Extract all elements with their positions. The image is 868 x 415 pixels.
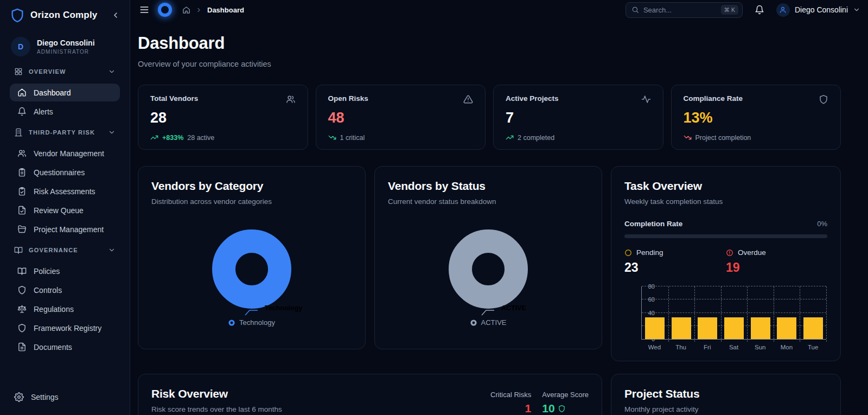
card-subtitle: Weekly task completion status (624, 197, 827, 206)
bar-tue[interactable] (803, 317, 823, 339)
risk-stats: Critical Risks 1 Average Score 10 (490, 387, 589, 415)
sidebar-profile[interactable]: D Diego Consolini ADMINISTRATOR (10, 37, 120, 56)
average-score-block: Average Score 10 (542, 391, 589, 415)
breadcrumb-current[interactable]: Dashboard (207, 6, 244, 14)
bar-fri[interactable] (698, 317, 717, 339)
bar-thu[interactable] (672, 317, 691, 339)
project-status-card: Project Status Monthly project activity (611, 374, 841, 415)
section-label: OVERVIEW (29, 68, 66, 75)
card-subtitle: Risk score trends over the last 6 months (151, 405, 282, 413)
status-donut-chart[interactable] (442, 223, 534, 317)
bar-sat[interactable] (724, 317, 744, 339)
menu-icon[interactable] (139, 4, 150, 15)
sidebar-item-questionnaires[interactable]: Questionnaires (10, 163, 120, 181)
user-name: Diego Consolini (795, 5, 848, 14)
main-area: Dashboard ⌘ K Diego Consolini Dashboard … (130, 0, 868, 415)
sidebar-item-dashboard[interactable]: Dashboard (10, 84, 120, 101)
completion-rate-row: Completion Rate 0% (624, 220, 827, 228)
sidebar-item-settings[interactable]: Settings (10, 387, 120, 407)
chart-legend[interactable]: Technology (138, 318, 365, 327)
label-leader-line (481, 309, 495, 316)
sidebar-section-overview[interactable]: OVERVIEW (10, 61, 120, 82)
page-subtitle: Overview of your compliance activities (138, 60, 841, 68)
sidebar: Orizon Comply D Diego Consolini ADMINIST… (0, 0, 130, 415)
overdue-value: 19 (726, 260, 827, 275)
weekly-bar-chart[interactable]: 020406080 WedThuFriSatSunMonTue (624, 286, 827, 350)
sidebar-item-regulations[interactable]: Regulations (10, 300, 120, 318)
average-score-label: Average Score (542, 391, 589, 399)
search-box[interactable]: ⌘ K (626, 2, 743, 18)
category-donut-ring (224, 241, 280, 297)
home-icon (17, 88, 27, 97)
sidebar-item-risk-assessments[interactable]: Risk Assessments (10, 182, 120, 200)
file-text-icon (17, 342, 27, 352)
user-menu[interactable]: Diego Consolini (776, 3, 860, 17)
label-leader-line (245, 309, 259, 316)
vendors-by-category-card: Vendors by Category Distribution across … (138, 166, 366, 349)
shield-icon (17, 285, 27, 295)
chevron-down-icon (108, 68, 116, 75)
pending-value: 23 (624, 260, 726, 275)
stat-card-active-projects: Active Projects72 completed (493, 85, 663, 150)
sidebar-item-label: Documents (34, 343, 72, 352)
chevron-right-icon (195, 7, 202, 14)
bar-slot (774, 286, 800, 339)
sidebar-item-project-management[interactable]: Project Management (10, 220, 120, 238)
sidebar-section-governance[interactable]: GOVERNANCE (10, 239, 120, 261)
sidebar-nav: OVERVIEWDashboardAlertsTHIRD-PARTY RISKV… (10, 61, 120, 357)
pending-label: Pending (636, 248, 663, 257)
topbar-right: ⌘ K Diego Consolini (626, 2, 860, 18)
task-counts: Pending 23 Overdue 1 (624, 248, 827, 275)
stat-note: 28 active (187, 134, 214, 142)
app-title: Orizon Comply (30, 10, 98, 21)
card-title: Vendors by Status (388, 180, 589, 193)
sidebar-item-label: Risk Assessments (34, 187, 95, 196)
sidebar-section-third-party-risk[interactable]: THIRD-PARTY RISK (10, 122, 120, 143)
bar-wed[interactable] (645, 317, 665, 339)
folder-open-icon (17, 225, 27, 234)
sidebar-item-vendor-management[interactable]: Vendor Management (10, 144, 120, 162)
search-input[interactable] (643, 6, 717, 14)
x-axis-tick-label: Thu (668, 344, 694, 350)
breadcrumb: Dashboard (182, 6, 244, 14)
sidebar-item-review-queue[interactable]: Review Queue (10, 201, 120, 219)
section-label: GOVERNANCE (29, 247, 78, 253)
sidebar-collapse-button[interactable] (111, 11, 120, 20)
stat-value: 28 (150, 110, 296, 126)
clipboard-check-icon (17, 187, 27, 196)
sidebar-item-alerts[interactable]: Alerts (10, 103, 120, 120)
sidebar-item-label: Controls (34, 286, 62, 295)
profile-role: ADMINISTRATOR (37, 49, 95, 55)
chart-legend[interactable]: ACTIVE (375, 318, 602, 327)
settings-label: Settings (31, 393, 59, 401)
search-icon (631, 6, 639, 14)
sidebar-item-label: Project Management (34, 225, 104, 234)
category-donut-chart[interactable] (206, 223, 298, 317)
shield-icon (17, 323, 27, 333)
bar-slot (800, 286, 826, 339)
stat-label: Open Risks (328, 94, 368, 103)
sidebar-item-documents[interactable]: Documents (10, 338, 120, 356)
slice-label: Technology (265, 304, 302, 312)
topbar: Dashboard ⌘ K Diego Consolini (130, 0, 868, 18)
completion-rate-value: 0% (817, 220, 827, 228)
critical-risks-block: Critical Risks 1 (490, 391, 531, 415)
status-donut-ring (461, 241, 516, 297)
sidebar-item-framework-registry[interactable]: Framework Registry (10, 319, 120, 337)
sidebar-item-policies[interactable]: Policies (10, 262, 120, 280)
home-icon[interactable] (182, 6, 190, 14)
search-shortcut-badge: ⌘ K (721, 5, 738, 15)
completion-progress-bar (624, 234, 827, 238)
sidebar-item-controls[interactable]: Controls (10, 281, 120, 299)
bar-mon[interactable] (777, 317, 796, 339)
notifications-bell-icon[interactable] (755, 5, 764, 15)
overdue-alert-icon (726, 249, 733, 257)
x-axis-tick-label: Fri (694, 344, 720, 350)
sidebar-item-label: Policies (34, 267, 60, 276)
shield-icon (819, 94, 828, 104)
card-subtitle: Monthly project activity (624, 405, 827, 413)
sidebar-item-label: Regulations (34, 305, 74, 314)
stats-grid: Total Vendors28+833%28 activeOpen Risks4… (138, 85, 841, 150)
profile-name: Diego Consolini (37, 39, 95, 47)
bar-sun[interactable] (751, 317, 770, 339)
